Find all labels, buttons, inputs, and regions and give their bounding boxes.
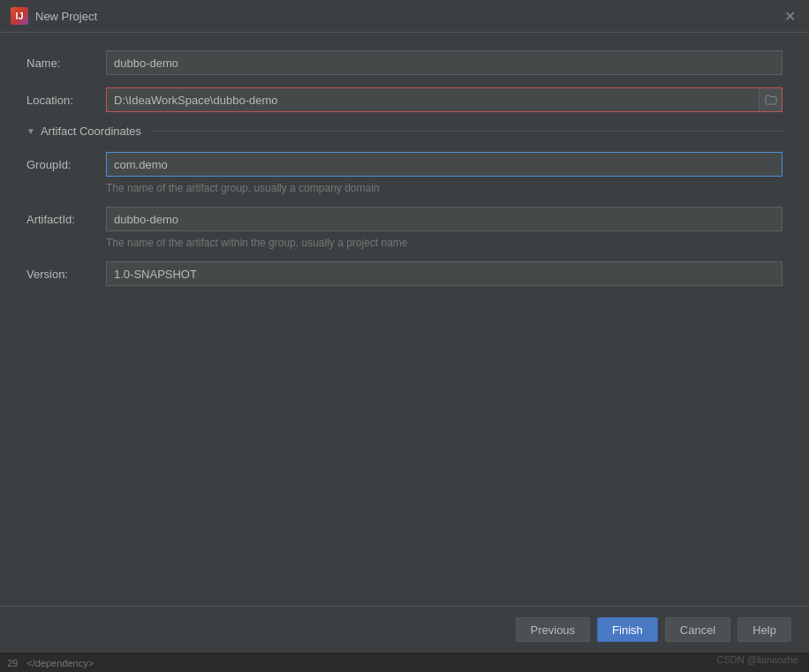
groupid-row: GroupId:: [26, 152, 783, 177]
editor-strip: 29 </dependency>: [0, 653, 809, 672]
title-bar-left: IJ New Project: [11, 7, 97, 25]
editor-code-snippet: </dependency>: [26, 658, 94, 668]
location-input[interactable]: [107, 88, 759, 111]
help-button[interactable]: Help: [737, 617, 791, 642]
browse-folder-button[interactable]: [759, 88, 782, 111]
title-bar: IJ New Project ✕: [0, 0, 809, 33]
artifactid-row: ArtifactId:: [26, 207, 783, 231]
section-title: Artifact Coordinates: [41, 125, 141, 138]
name-row: Name:: [26, 50, 783, 75]
watermark: CSDN @lianaozhe: [717, 654, 799, 665]
app-icon: IJ: [11, 7, 28, 25]
groupid-label: GroupId:: [26, 158, 106, 171]
version-input[interactable]: [106, 261, 783, 286]
section-collapse-arrow: ▼: [26, 126, 35, 136]
artifactid-label: ArtifactId:: [26, 213, 106, 226]
new-project-dialog: IJ New Project ✕ Name: Location:: [0, 0, 809, 672]
artifactid-input[interactable]: [106, 207, 783, 231]
close-button[interactable]: ✕: [781, 7, 798, 25]
location-label: Location:: [26, 94, 106, 107]
folder-icon: [765, 94, 777, 105]
previous-button[interactable]: Previous: [516, 617, 591, 642]
artifact-coordinates-section-header[interactable]: ▼ Artifact Coordinates: [26, 125, 783, 138]
editor-line-number: 29: [7, 658, 18, 668]
window-title: New Project: [35, 10, 97, 23]
cancel-button[interactable]: Cancel: [665, 617, 730, 642]
version-row: Version:: [26, 261, 783, 286]
section-divider: [150, 131, 783, 132]
dialog-content: Name: Location: ▼ Artifact Coor: [0, 33, 809, 606]
groupid-hint: The name of the artifact group, usually …: [106, 182, 783, 194]
name-input[interactable]: [106, 50, 783, 75]
dialog-footer: Previous Finish Cancel Help: [0, 606, 809, 653]
dialog-overlay: IJ New Project ✕ Name: Location:: [0, 0, 809, 672]
finish-button[interactable]: Finish: [597, 617, 658, 642]
location-field-container: [106, 87, 783, 112]
version-label: Version:: [26, 268, 106, 281]
artifactid-hint: The name of the artifact within the grou…: [106, 237, 783, 249]
location-row: Location:: [26, 87, 783, 112]
groupid-input[interactable]: [106, 152, 783, 177]
name-label: Name:: [26, 57, 106, 70]
